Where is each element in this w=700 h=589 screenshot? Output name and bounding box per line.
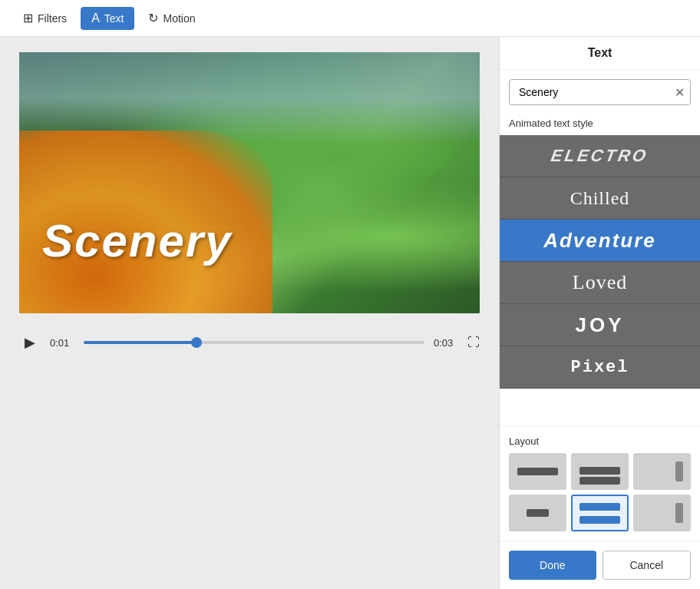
filters-icon: ⊞ xyxy=(23,11,33,25)
text-styles-list: ELECTRO Chilled Adventure Loved JOY Pixe… xyxy=(500,135,700,425)
layout-item-2[interactable] xyxy=(571,453,629,490)
style-loved-label: Loved xyxy=(573,271,627,294)
text-button[interactable]: A Text xyxy=(81,7,134,30)
done-button[interactable]: Done xyxy=(509,551,596,580)
layout-bar-2b xyxy=(579,477,620,485)
layout-bar-2a xyxy=(579,467,620,475)
motion-button[interactable]: ↻ Motion xyxy=(137,6,206,30)
left-panel: Scenery ▶ 0:01 0:03 ⛶ xyxy=(0,37,499,589)
section-label: Animated text style xyxy=(500,114,700,135)
motion-icon: ↻ xyxy=(148,11,158,25)
time-current: 0:01 xyxy=(50,337,74,349)
layout-item-1[interactable] xyxy=(509,453,566,490)
time-total: 0:03 xyxy=(434,337,458,349)
style-item-pixel[interactable]: Pixel xyxy=(500,346,700,389)
style-item-joy[interactable]: JOY xyxy=(500,304,700,346)
video-controls: ▶ 0:01 0:03 ⛶ xyxy=(19,326,480,359)
layout-bar-4 xyxy=(527,509,548,517)
play-button[interactable]: ▶ xyxy=(19,332,41,353)
progress-thumb[interactable] xyxy=(191,337,202,348)
video-overlay-text: Scenery xyxy=(42,214,233,267)
search-input[interactable] xyxy=(509,79,691,105)
layout-bar-5a xyxy=(579,503,620,511)
layout-item-6[interactable] xyxy=(633,495,691,531)
layout-label: Layout xyxy=(509,435,691,447)
search-box: ✕ xyxy=(509,79,691,105)
fullscreen-button[interactable]: ⛶ xyxy=(467,336,480,349)
style-item-chilled[interactable]: Chilled xyxy=(500,177,700,220)
style-chilled-label: Chilled xyxy=(570,188,630,209)
style-electro-label: ELECTRO xyxy=(550,146,650,166)
style-item-electro[interactable]: ELECTRO xyxy=(500,135,700,177)
layout-item-3[interactable] xyxy=(633,453,691,490)
text-icon: A xyxy=(91,12,100,25)
layout-side-bar-6 xyxy=(675,503,683,523)
toolbar: ⊞ Filters A Text ↻ Motion xyxy=(0,0,700,37)
text-label: Text xyxy=(104,12,124,25)
layout-side-bar-3 xyxy=(675,462,683,481)
style-pixel-label: Pixel xyxy=(570,358,629,377)
layout-section: Layout xyxy=(500,425,700,541)
style-adventure-label: Adventure xyxy=(543,229,656,253)
style-item-loved[interactable]: Loved xyxy=(500,262,700,304)
style-item-adventure[interactable]: Adventure xyxy=(500,220,700,262)
filters-button[interactable]: ⊞ Filters xyxy=(12,6,78,30)
motion-label: Motion xyxy=(163,12,195,25)
progress-fill xyxy=(84,341,196,344)
search-clear-button[interactable]: ✕ xyxy=(675,85,685,100)
progress-track[interactable] xyxy=(84,341,424,344)
right-panel: Text ✕ Animated text style ELECTRO Chill… xyxy=(499,37,700,589)
video-container: Scenery xyxy=(19,52,480,313)
layout-bar-1 xyxy=(517,468,558,475)
filters-label: Filters xyxy=(38,12,67,25)
style-joy-label: JOY xyxy=(575,313,624,337)
layout-item-4[interactable] xyxy=(509,495,566,531)
cancel-button[interactable]: Cancel xyxy=(603,551,692,580)
panel-title: Text xyxy=(500,37,700,70)
layout-item-5[interactable] xyxy=(571,495,629,531)
layout-bar-5b xyxy=(579,516,620,524)
action-buttons: Done Cancel xyxy=(500,541,700,589)
layout-grid xyxy=(509,453,691,531)
main-area: Scenery ▶ 0:01 0:03 ⛶ Text ✕ Animated te… xyxy=(0,37,700,589)
